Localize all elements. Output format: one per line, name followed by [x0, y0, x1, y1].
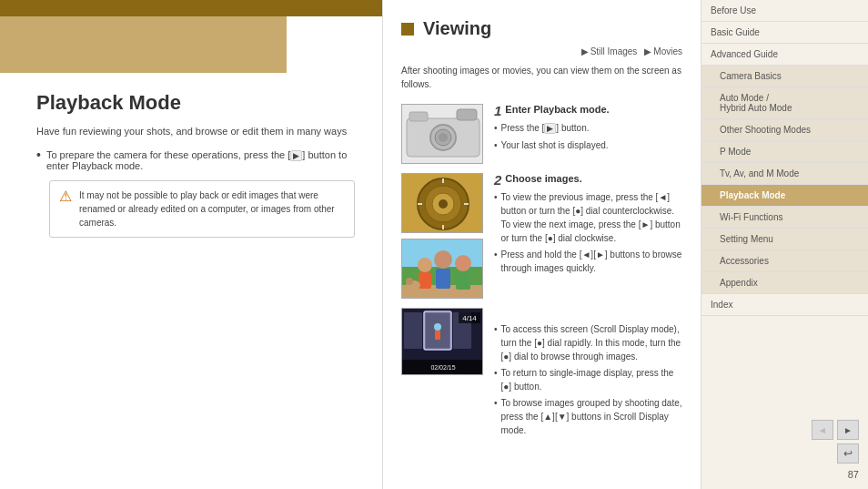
sidebar-bottom: ◄ ► ↩ 87: [701, 413, 868, 489]
step1-row: 1 Enter Playback mode. • Press the [▶] b…: [401, 104, 682, 164]
svg-point-21: [434, 250, 452, 269]
step2-row: 2 Choose images. • To view the previous …: [401, 173, 682, 299]
scroll-extra-content: • To access this screen (Scroll Display …: [494, 322, 682, 440]
page-title: Playback Mode: [36, 91, 355, 115]
step1-title: Enter Playback mode.: [505, 104, 609, 115]
viewing-tags: ▶ Still Images ▶ Movies: [401, 46, 682, 56]
sidebar-item-setting-menu[interactable]: Setting Menu: [701, 229, 868, 250]
warning-icon: ⚠: [59, 188, 72, 205]
warning-text: It may not be possible to play back or e…: [79, 188, 345, 229]
sidebar-item-index[interactable]: Index: [701, 294, 868, 316]
camera-image: [401, 104, 483, 164]
svg-rect-28: [404, 312, 422, 349]
nav-items: Before Use Basic Guide Advanced Guide Ca…: [701, 0, 868, 413]
sidebar-item-auto-mode[interactable]: Auto Mode /Hybrid Auto Mode: [701, 87, 868, 119]
sidebar-item-basic-guide[interactable]: Basic Guide: [701, 22, 868, 44]
step2-header: 2 Choose images.: [494, 173, 682, 187]
dial-image: [401, 173, 483, 233]
svg-point-19: [418, 258, 432, 272]
subtitle: Have fun reviewing your shots, and brows…: [36, 126, 355, 137]
step-2: 2 Choose images. • To view the previous …: [494, 173, 682, 275]
step1-bullet2: • Your last shot is displayed.: [494, 138, 682, 152]
svg-rect-37: [435, 331, 440, 340]
step2-bullet2: • Press and hold the [◄][►] buttons to b…: [494, 248, 682, 275]
sidebar-item-other-shooting[interactable]: Other Shooting Modes: [701, 119, 868, 141]
sidebar-item-accessories[interactable]: Accessories: [701, 250, 868, 272]
intro-text: After shooting images or movies, you can…: [401, 64, 682, 91]
sidebar-item-camera-basics[interactable]: Camera Basics: [701, 66, 868, 87]
warning-box: ⚠ It may not be possible to play back or…: [49, 180, 355, 238]
top-bar-decoration: [0, 0, 382, 16]
viewing-square-icon: [401, 23, 414, 36]
scroll-display-image: 4/14 02/02/15: [401, 308, 483, 375]
bullet-item-1: • To prepare the camera for these operat…: [36, 149, 355, 171]
extra-bullet2: • To return to single-image display, pre…: [494, 366, 682, 393]
svg-rect-22: [436, 269, 450, 289]
next-page-button[interactable]: ►: [837, 420, 859, 440]
sidebar-item-advanced-guide[interactable]: Advanced Guide: [701, 44, 868, 66]
sidebar-item-before-use[interactable]: Before Use: [701, 0, 868, 22]
return-arrow-row: ↩: [711, 443, 859, 464]
page-number: 87: [711, 467, 859, 482]
scroll-row: 4/14 02/02/15 • To access this screen (S…: [401, 308, 682, 440]
tag-movies: ▶ Movies: [644, 46, 682, 56]
viewing-title: Viewing: [423, 18, 491, 39]
right-sidebar: Before Use Basic Guide Advanced Guide Ca…: [701, 0, 868, 489]
svg-rect-24: [456, 271, 470, 290]
svg-point-26: [406, 278, 413, 285]
camera-img-bg: [402, 105, 482, 163]
images-col-step2: [401, 173, 483, 299]
viewing-header: Viewing: [401, 18, 682, 39]
step2-bullet1: • To view the previous image, press the …: [494, 190, 682, 245]
svg-point-23: [455, 255, 471, 271]
sidebar-item-tv-av-m[interactable]: Tv, Av, and M Mode: [701, 163, 868, 185]
prev-page-button[interactable]: ◄: [812, 420, 833, 440]
images-col-scroll: 4/14 02/02/15: [401, 308, 483, 440]
svg-point-11: [439, 199, 448, 209]
tan-block-decoration: [0, 16, 287, 73]
step2-content: 2 Choose images. • To view the previous …: [494, 173, 682, 299]
svg-rect-6: [457, 109, 477, 120]
step1-bullet1: • Press the [▶] button.: [494, 121, 682, 136]
svg-rect-20: [419, 272, 431, 289]
images-col-step1: [401, 104, 483, 164]
step-1: 1 Enter Playback mode. • Press the [▶] b…: [494, 104, 682, 152]
svg-rect-5: [409, 112, 428, 121]
step1-content: 1 Enter Playback mode. • Press the [▶] b…: [494, 104, 682, 164]
sidebar-item-playback-mode[interactable]: Playback Mode: [701, 185, 868, 207]
svg-point-36: [434, 323, 441, 331]
sidebar-item-appendix[interactable]: Appendix: [701, 272, 868, 294]
bullet-text-1: To prepare the camera for these operatio…: [46, 149, 355, 171]
tag-still-images: ▶ Still Images: [581, 46, 638, 56]
svg-text:02/02/15: 02/02/15: [430, 364, 455, 371]
step2-title: Choose images.: [505, 173, 581, 184]
extra-bullet3: • To browse images grouped by shooting d…: [494, 396, 682, 437]
step1-header: 1 Enter Playback mode.: [494, 104, 682, 117]
extra-bullet1: • To access this screen (Scroll Display …: [494, 322, 682, 363]
middle-panel: Viewing ▶ Still Images ▶ Movies After sh…: [382, 0, 701, 489]
svg-text:4/14: 4/14: [462, 314, 477, 322]
svg-point-4: [439, 133, 448, 142]
sidebar-item-wifi[interactable]: Wi-Fi Functions: [701, 207, 868, 229]
sidebar-item-p-mode[interactable]: P Mode: [701, 141, 868, 163]
left-panel: Playback Mode Have fun reviewing your sh…: [0, 0, 382, 489]
bullet-dot: •: [36, 148, 41, 161]
nav-arrows: ◄ ►: [711, 420, 859, 440]
family-image: [401, 239, 483, 299]
return-button[interactable]: ↩: [837, 443, 859, 464]
